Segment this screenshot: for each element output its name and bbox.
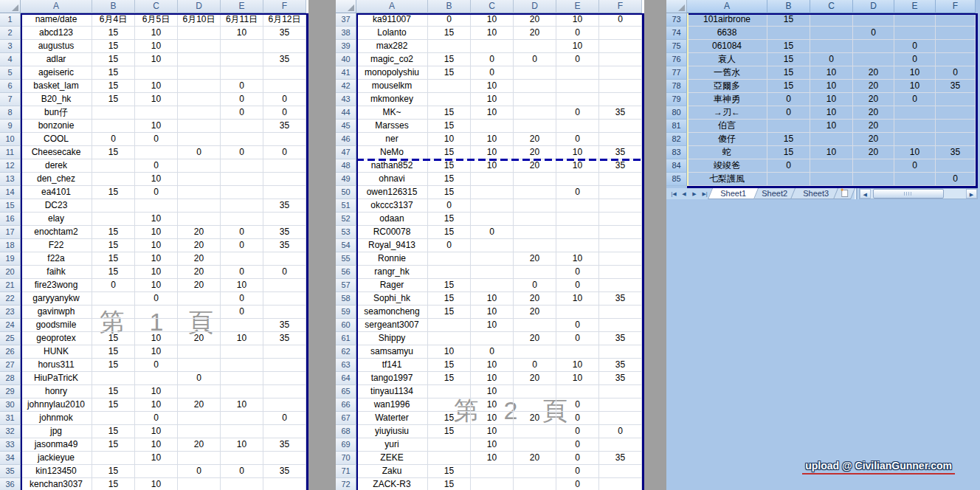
row-header-21[interactable]: 21 <box>0 279 21 292</box>
cell-A16[interactable]: elay <box>21 213 92 226</box>
cell-F81[interactable] <box>936 120 976 133</box>
column-header-B[interactable]: B <box>767 0 810 13</box>
cell-E1[interactable]: 6月11日 <box>221 13 263 27</box>
cell-B17[interactable]: 15 <box>92 226 135 239</box>
row-header-49[interactable]: 49 <box>336 173 356 186</box>
row-header-10[interactable]: 10 <box>0 133 21 146</box>
cell-E32[interactable] <box>221 425 263 438</box>
cell-F28[interactable] <box>263 372 306 385</box>
cell-E31[interactable] <box>221 412 263 425</box>
cell-D50[interactable] <box>514 186 556 199</box>
row-header-28[interactable]: 28 <box>0 372 21 385</box>
cell-A72[interactable]: ZACK-R3 <box>356 478 428 490</box>
row-header-2[interactable]: 2 <box>0 27 21 40</box>
cell-A56[interactable]: rangr_hk <box>356 266 428 279</box>
cell-F35[interactable]: 35 <box>263 465 306 478</box>
cell-D3[interactable] <box>178 40 221 53</box>
cell-B46[interactable]: 10 <box>428 133 471 146</box>
cell-D77[interactable]: 20 <box>853 66 894 80</box>
cell-D19[interactable]: 20 <box>178 252 221 266</box>
cell-D47[interactable]: 20 <box>514 146 556 159</box>
cell-D7[interactable] <box>178 93 221 106</box>
cell-F40[interactable] <box>599 53 642 66</box>
cell-D30[interactable]: 20 <box>178 398 221 412</box>
cell-B82[interactable]: 15 <box>767 133 810 146</box>
cell-C81[interactable]: 10 <box>810 120 853 133</box>
cell-F49[interactable] <box>599 173 642 186</box>
cell-F18[interactable]: 35 <box>263 239 306 252</box>
cell-D61[interactable]: 20 <box>514 332 556 345</box>
cell-F37[interactable]: 0 <box>599 13 642 27</box>
cell-F30[interactable] <box>263 398 306 412</box>
row-header-61[interactable]: 61 <box>336 332 356 345</box>
cell-A50[interactable]: owen126315 <box>356 186 428 199</box>
row-header-45[interactable]: 45 <box>336 120 356 133</box>
cell-D67[interactable]: 20 <box>514 412 556 425</box>
cell-B57[interactable]: 15 <box>428 279 471 292</box>
row-header-6[interactable]: 6 <box>0 80 21 93</box>
row-header-37[interactable]: 37 <box>336 13 356 27</box>
cell-C56[interactable] <box>471 266 514 279</box>
cell-C38[interactable]: 10 <box>471 27 514 40</box>
cell-C41[interactable]: 0 <box>471 66 514 80</box>
cell-B72[interactable]: 15 <box>428 478 471 490</box>
cell-A40[interactable]: magic_co2 <box>356 53 428 66</box>
cell-C75[interactable] <box>810 40 853 53</box>
cell-E52[interactable] <box>556 213 599 226</box>
cell-D8[interactable] <box>178 106 221 120</box>
cell-C7[interactable]: 10 <box>135 93 178 106</box>
row-header-50[interactable]: 50 <box>336 186 356 199</box>
cell-B45[interactable]: 15 <box>428 120 471 133</box>
cell-E5[interactable] <box>221 66 263 80</box>
row-header-1[interactable]: 1 <box>0 13 21 27</box>
cell-F62[interactable] <box>599 345 642 359</box>
cell-A2[interactable]: abcd123 <box>21 27 92 40</box>
cell-D44[interactable] <box>514 106 556 120</box>
cell-D14[interactable] <box>178 186 221 199</box>
cell-C16[interactable]: 10 <box>135 213 178 226</box>
cell-D36[interactable] <box>178 478 221 490</box>
first-sheet-button[interactable]: |◀ <box>669 188 679 199</box>
cell-E36[interactable] <box>221 478 263 490</box>
row-header-63[interactable]: 63 <box>336 359 356 372</box>
row-header-12[interactable]: 12 <box>0 159 21 173</box>
cell-D39[interactable] <box>514 40 556 53</box>
cell-B75[interactable]: 15 <box>767 40 810 53</box>
cell-B76[interactable]: 15 <box>767 53 810 66</box>
cell-F24[interactable]: 35 <box>263 319 306 332</box>
cell-E39[interactable]: 10 <box>556 40 599 53</box>
column-header-B[interactable]: B <box>92 0 135 13</box>
cell-A55[interactable]: Ronnie <box>356 252 428 266</box>
cell-A70[interactable]: ZEKE <box>356 452 428 465</box>
cell-F52[interactable] <box>599 213 642 226</box>
cell-B73[interactable]: 15 <box>767 13 810 27</box>
scroll-right-button[interactable]: ▶ <box>966 189 977 199</box>
cell-D16[interactable] <box>178 213 221 226</box>
cell-B83[interactable]: 15 <box>767 146 810 159</box>
cell-B67[interactable]: 15 <box>428 412 471 425</box>
row-header-83[interactable]: 83 <box>666 146 687 159</box>
cell-C1[interactable]: 6月5日 <box>135 13 178 27</box>
cell-B35[interactable]: 15 <box>92 465 135 478</box>
cell-B69[interactable] <box>428 438 471 452</box>
cell-C62[interactable]: 0 <box>471 345 514 359</box>
cell-D80[interactable]: 20 <box>853 106 894 120</box>
cell-D38[interactable]: 20 <box>514 27 556 40</box>
cell-A8[interactable]: bun仔 <box>21 106 92 120</box>
cell-F27[interactable] <box>263 359 306 372</box>
cell-C33[interactable]: 10 <box>135 438 178 452</box>
cell-F39[interactable] <box>599 40 642 53</box>
cell-B62[interactable]: 10 <box>428 345 471 359</box>
cell-A25[interactable]: geoprotex <box>21 332 92 345</box>
cell-F71[interactable] <box>599 465 642 478</box>
cell-F70[interactable]: 35 <box>599 452 642 465</box>
row-header-66[interactable]: 66 <box>336 398 356 412</box>
cell-B68[interactable]: 15 <box>428 425 471 438</box>
cell-D56[interactable] <box>514 266 556 279</box>
cell-F65[interactable] <box>599 385 642 398</box>
cell-B7[interactable]: 15 <box>92 93 135 106</box>
cell-D25[interactable]: 20 <box>178 332 221 345</box>
cell-B23[interactable] <box>92 306 135 319</box>
cell-C59[interactable]: 10 <box>471 306 514 319</box>
cell-C84[interactable] <box>810 159 853 173</box>
